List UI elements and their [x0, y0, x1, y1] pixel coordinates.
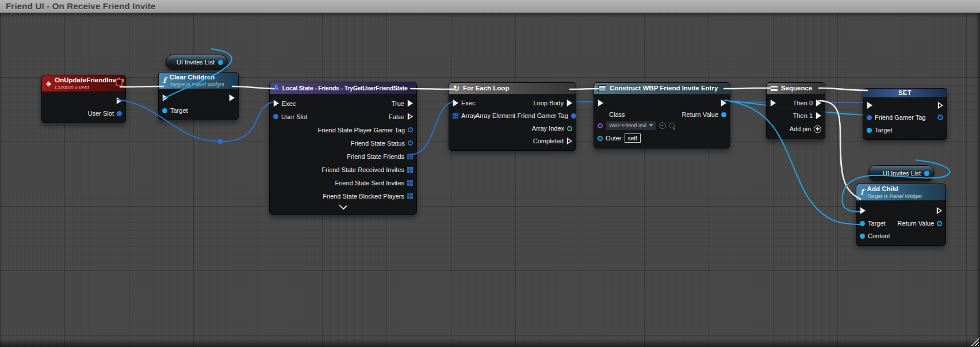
dropdown-caret-icon [649, 124, 653, 127]
wire-exec-construct-to-sequence[interactable] [724, 88, 771, 89]
user-slot-in-pin[interactable] [273, 114, 278, 119]
node-construct-wbp-friend-invite-entry[interactable]: Construct WBP Friend Invite Entry Class … [594, 82, 730, 148]
target-in-pin[interactable] [162, 108, 167, 113]
array-element-out-pin[interactable] [571, 113, 576, 119]
then1-exec-out-pin[interactable] [816, 112, 821, 119]
loop-body-exec-out-pin[interactable] [566, 100, 572, 106]
exec-out-pin[interactable] [116, 97, 122, 104]
collapse-pins-chevron-icon[interactable] [339, 201, 347, 209]
viewport-bottom-shadow [0, 339, 980, 347]
friend-state-status-out-pin[interactable] [408, 140, 413, 146]
target-in-pin[interactable] [860, 221, 865, 226]
wire-exec-event-to-clearchildren[interactable] [120, 86, 163, 87]
node-header: SET [863, 89, 947, 98]
exec-out-pin[interactable] [936, 207, 942, 214]
accelbyte-logo-icon [274, 84, 279, 92]
friend-gamer-tag-in-pin[interactable] [867, 115, 872, 120]
use-selected-asset-icon[interactable] [659, 122, 666, 129]
array-index-out-pin[interactable] [567, 126, 572, 131]
exec-in-pin[interactable] [453, 100, 458, 106]
browse-asset-icon[interactable] [669, 123, 675, 128]
outer-value-field[interactable]: self [625, 134, 641, 143]
blueprint-graph-canvas[interactable]: OnUpdateFriendInvite Custom Event User S… [0, 13, 980, 347]
content-in-pin[interactable] [860, 234, 865, 239]
node-header: Add Child Target is Panel Widget [856, 184, 945, 201]
completed-exec-out-pin[interactable] [566, 138, 572, 144]
node-add-child[interactable]: Add Child Target is Panel Widget Target … [856, 184, 946, 246]
node-header: OnUpdateFriendInvite Custom Event [42, 75, 125, 92]
return-value-out-pin[interactable] [937, 221, 942, 226]
friend-state-blocked-players-array-out-pin[interactable] [407, 193, 413, 199]
node-header: Construct WBP Friend Invite Entry [594, 83, 730, 94]
variable-get-ui-invites-list[interactable]: UI Invites List [166, 55, 228, 70]
variable-get-ui-invites-list-2[interactable]: UI Invites List [868, 165, 934, 181]
exec-out-pin[interactable] [229, 94, 235, 101]
return-value-out-pin[interactable] [721, 112, 726, 117]
friend-state-friends-array-out-pin[interactable] [407, 154, 413, 159]
sequence-icon [771, 86, 778, 91]
false-exec-out-pin[interactable] [407, 113, 413, 120]
friend-state-sent-invites-array-out-pin[interactable] [407, 180, 413, 186]
window-resize-grip-icon[interactable] [970, 337, 979, 346]
exec-out-pin[interactable] [937, 102, 943, 109]
node-header: Sequence [767, 83, 825, 94]
target-in-pin[interactable] [867, 128, 872, 133]
exec-in-pin[interactable] [273, 100, 279, 107]
graph-title-bar: Friend UI - On Receive Friend Invite [0, 0, 980, 13]
exec-in-pin[interactable] [770, 100, 776, 106]
class-in-pin[interactable] [598, 123, 603, 128]
loop-icon [453, 85, 460, 92]
variable-out-pin[interactable] [218, 60, 223, 65]
function-icon [163, 77, 166, 84]
node-header: Local State - Friends - TryGetUserFriend… [270, 82, 416, 94]
viewport-right-shadow [976, 13, 980, 347]
array-in-pin[interactable] [453, 113, 458, 119]
exec-in-pin[interactable] [162, 94, 168, 101]
node-header: Clear Children Target is Panel Widget [159, 73, 238, 89]
reroute-node-userslot[interactable] [218, 139, 223, 144]
node-set-friend-gamer-tag[interactable]: SET Friend Gamer Tag Target [863, 88, 947, 140]
wire-exec-true-to-foreach[interactable] [411, 89, 453, 89]
exec-in-pin[interactable] [860, 207, 866, 214]
node-clear-children[interactable]: Clear Children Target is Panel Widget Ta… [158, 72, 239, 120]
function-icon [860, 189, 864, 196]
true-exec-out-pin[interactable] [407, 100, 413, 107]
node-trygetuserfriendstate[interactable]: Local State - Friends - TryGetUserFriend… [269, 82, 417, 215]
node-header: For Each Loop [449, 83, 576, 94]
set-value-out-pin[interactable] [937, 115, 943, 120]
user-slot-out-pin[interactable] [117, 111, 122, 116]
friend-state-received-invites-array-out-pin[interactable] [407, 167, 413, 173]
class-select-dropdown[interactable]: WBP Friend Invi [606, 121, 656, 131]
exec-out-pin[interactable] [721, 100, 726, 106]
exec-in-pin[interactable] [867, 102, 872, 109]
widget-icon [598, 85, 606, 92]
variable-out-pin[interactable] [924, 171, 929, 176]
friend-state-player-gamer-tag-out-pin[interactable] [408, 127, 413, 132]
custom-event-icon [46, 79, 51, 87]
event-enabled-checkbox-icon[interactable] [116, 79, 122, 86]
wire-exec-then0-to-set[interactable] [819, 88, 867, 90]
node-sequence[interactable]: Sequence Then 0 Then 1 Add pin [766, 82, 825, 139]
node-onupdatefriendinvite[interactable]: OnUpdateFriendInvite Custom Event User S… [41, 75, 126, 123]
outer-in-pin[interactable] [598, 136, 603, 141]
then0-exec-out-pin[interactable] [816, 100, 821, 106]
add-pin-icon [814, 125, 821, 133]
exec-in-pin[interactable] [598, 100, 603, 106]
node-for-each-loop[interactable]: For Each Loop Exec Loop Body Array Array… [449, 82, 576, 151]
blueprint-editor-window: Friend UI - On Receive Friend Invite OnU… [0, 0, 980, 347]
add-pin-button[interactable]: Add pin [790, 125, 821, 133]
